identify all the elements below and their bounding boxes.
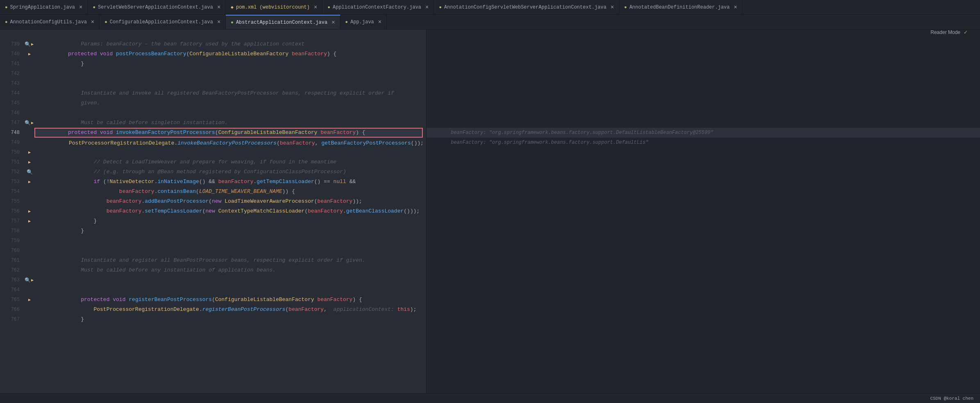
status-bar: CSDN @koral chen <box>0 393 980 403</box>
debug-761 <box>426 256 980 265</box>
tab-close-abstract-app[interactable]: × <box>331 19 335 26</box>
tab-app-context-factory[interactable]: ● ApplicationContextFactory.java × <box>322 0 434 15</box>
ln-752: 752 <box>0 167 20 177</box>
tab-label-servlet-web: ServletWebServerApplicationContext.java <box>98 5 213 10</box>
ln-740: 740 <box>0 49 20 59</box>
status-author: CSDN @koral chen <box>930 396 973 401</box>
tab-abstract-app[interactable]: ● AbstractApplicationContext.java × <box>226 15 340 29</box>
tab-close-pom-xml[interactable]: × <box>314 4 317 11</box>
gutter-arrow-753[interactable]: ▶ <box>27 179 32 185</box>
code-pane: 739 740 741 742 743 744 745 746 747 748 … <box>0 29 426 393</box>
gutter-arrow-739[interactable]: ▶ <box>30 41 34 47</box>
ln-766: 766 <box>0 305 20 315</box>
tab-configurable-app[interactable]: ● ConfigurableApplicationContext.java × <box>100 15 226 29</box>
debug-740 <box>426 49 980 59</box>
debug-759 <box>426 236 980 246</box>
tab-icon-abstract-app: ● <box>231 20 234 25</box>
ln-747: 747 <box>0 118 20 128</box>
tab-pom-xml[interactable]: ◆ pom.xml (webvisitorcount) × <box>226 0 322 15</box>
tab-icon-pom-xml: ◆ <box>231 5 234 10</box>
params-comment: Params: beanFactory – the bean factory u… <box>68 41 304 47</box>
debug-752 <box>426 167 980 177</box>
ln-759: 759 <box>0 236 20 246</box>
ln-761: 761 <box>0 256 20 265</box>
ln-748: 748 <box>0 128 20 138</box>
ln-756: 756 <box>0 206 20 216</box>
tab-annotated-bean[interactable]: ● AnnotatedBeanDefinitionReader.java × <box>619 0 743 15</box>
ln-767: 767 <box>0 315 20 324</box>
tab-label-annotated-bean: AnnotatedBeanDefinitionReader.java <box>629 5 730 10</box>
tab-servlet-web[interactable]: ● ServletWebServerApplicationContext.jav… <box>88 0 226 15</box>
gutter-search-764[interactable]: 🔍 <box>25 277 30 283</box>
tab-label-annotation-utils: AnnotationConfigUtils.java <box>10 19 87 25</box>
gutter-arrow-750[interactable]: ▶ <box>27 149 32 155</box>
tab-close-annotated-bean[interactable]: × <box>734 4 737 11</box>
tab-bar-top: ● SpringApplication.java × ● ServletWebS… <box>0 0 980 15</box>
debug-760 <box>426 246 980 256</box>
gutter-search-752[interactable]: 🔍 <box>27 169 32 175</box>
tab-annotation-utils[interactable]: ● AnnotationConfigUtils.java × <box>0 15 100 29</box>
gutter-arrow-766[interactable]: ▶ <box>27 297 32 303</box>
gutter-search-739[interactable]: 🔍 <box>25 41 30 47</box>
code-line-750: // Detect a LoadTimeWeaver and prepare f… <box>34 147 423 157</box>
tab-icon-annotation-utils: ● <box>5 20 8 25</box>
code-line-758 <box>34 226 423 236</box>
debug-764 <box>426 285 980 295</box>
gutter-arrow-751[interactable]: ▶ <box>27 159 32 165</box>
ln-758: 758 <box>0 226 20 236</box>
debug-739 <box>426 39 980 49</box>
gutter-arrow-757[interactable]: ▶ <box>27 218 32 224</box>
ln-763: 763 <box>0 275 20 285</box>
ln-742: 742 <box>0 69 20 79</box>
gutter-search-747[interactable]: 🔍 <box>25 120 30 126</box>
debug-763 <box>426 275 980 285</box>
tab-close-app-java[interactable]: × <box>378 19 381 25</box>
code-line-742 <box>34 69 423 79</box>
code-line-767 <box>34 315 423 324</box>
editor-area: 739 740 741 742 743 744 745 746 747 748 … <box>0 29 980 393</box>
debug-756 <box>426 206 980 216</box>
code-line-764[interactable]: protected void registerBeanPostProcessor… <box>34 285 423 295</box>
gutter-arrow-747[interactable]: ▶ <box>30 120 34 126</box>
tab-annotation-config[interactable]: ● AnnotationConfigServletWebServerApplic… <box>434 0 619 15</box>
tab-icon-servlet-web: ● <box>93 5 95 10</box>
tab-label-app-context-factory: ApplicationContextFactory.java <box>333 5 421 10</box>
debug-757 <box>426 216 980 226</box>
ln-760: 760 <box>0 246 20 256</box>
code-line-759 <box>34 236 423 246</box>
tab-icon-spring-app: ● <box>5 5 8 10</box>
gutter-arrow-764[interactable]: ▶ <box>30 277 34 283</box>
tab-close-annotation-config[interactable]: × <box>610 4 614 11</box>
debug-742 <box>426 69 980 79</box>
tab-close-annotation-utils[interactable]: × <box>91 19 94 25</box>
tab-spring-app[interactable]: ● SpringApplication.java × <box>0 0 88 15</box>
tab-close-app-context-factory[interactable]: × <box>425 4 429 11</box>
debug-741 <box>426 59 980 69</box>
reader-mode-button[interactable]: Reader Mode ✓ <box>930 29 968 35</box>
gutter-arrow-740[interactable]: ▶ <box>27 51 32 57</box>
debug-747: beanFactory: "org.springframework.beans.… <box>426 118 980 128</box>
ln-741: 741 <box>0 59 20 69</box>
tab-label-spring-app: SpringApplication.java <box>10 5 75 10</box>
tab-close-spring-app[interactable]: × <box>79 4 82 11</box>
tab-icon-app-java: ● <box>345 20 348 25</box>
ln-753: 753 <box>0 177 20 187</box>
tab-label-annotation-config: AnnotationConfigServletWebServerApplicat… <box>444 5 606 10</box>
gutter-arrow-756[interactable]: ▶ <box>27 208 32 214</box>
ln-751: 751 <box>0 157 20 167</box>
code-line-params: Params: beanFactory – the bean factory u… <box>34 29 423 39</box>
tab-close-servlet-web[interactable]: × <box>217 4 220 11</box>
ln-750: 750 <box>0 147 20 157</box>
ln-739: 739 <box>0 39 20 49</box>
tab-close-configurable-app[interactable]: × <box>217 19 220 25</box>
tab-icon-annotation-config: ● <box>439 5 442 10</box>
debug-pane: beanFactory: "org.springframework.beans.… <box>426 29 980 393</box>
debug-755 <box>426 197 980 206</box>
code-line-743: Instantiate and invoke all registered Be… <box>34 79 423 88</box>
tab-app-java[interactable]: ● App.java × <box>340 15 387 29</box>
line-numbers: 739 740 741 742 743 744 745 746 747 748 … <box>0 29 25 393</box>
tab-icon-annotated-bean: ● <box>624 5 627 10</box>
ln-blank1 <box>0 29 20 39</box>
ln-765: 765 <box>0 295 20 305</box>
debug-751 <box>426 157 980 167</box>
